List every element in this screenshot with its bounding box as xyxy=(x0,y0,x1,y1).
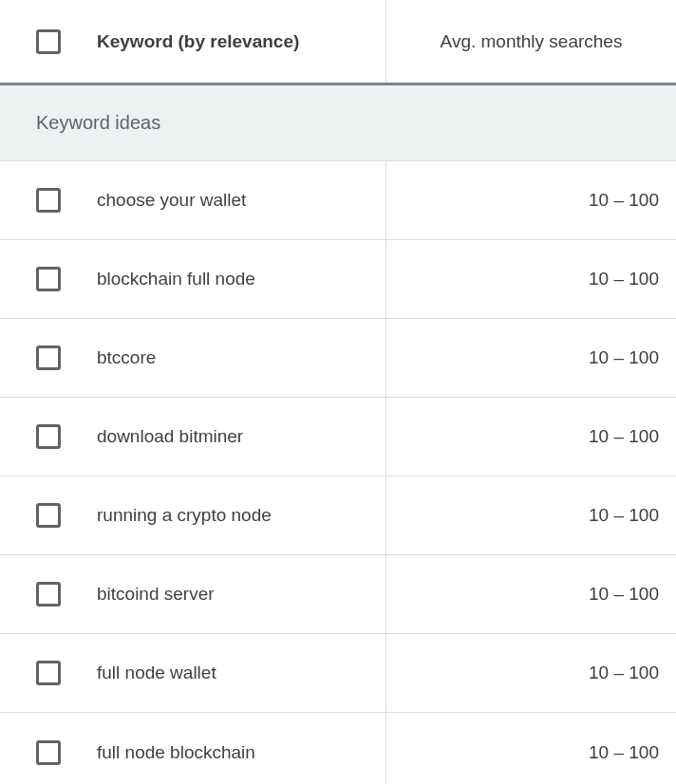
searches-value: 10 – 100 xyxy=(589,742,659,763)
row-checkbox[interactable] xyxy=(36,503,61,528)
searches-cell: 10 – 100 xyxy=(386,634,676,712)
row-checkbox[interactable] xyxy=(36,740,61,765)
keyword-cell: blockchain full node xyxy=(0,240,386,318)
searches-cell: 10 – 100 xyxy=(386,476,676,554)
searches-cell: 10 – 100 xyxy=(386,555,676,633)
table-row: full node blockchain10 – 100 xyxy=(0,713,676,784)
table-row: btccore10 – 100 xyxy=(0,319,676,398)
keyword-text[interactable]: blockchain full node xyxy=(97,269,255,289)
table-row: choose your wallet10 – 100 xyxy=(0,161,676,240)
header-keyword-column[interactable]: Keyword (by relevance) xyxy=(0,0,386,83)
searches-cell: 10 – 100 xyxy=(386,240,676,318)
section-title: Keyword ideas xyxy=(36,112,160,133)
row-checkbox[interactable] xyxy=(36,345,61,370)
table-row: running a crypto node10 – 100 xyxy=(0,476,676,555)
row-checkbox[interactable] xyxy=(36,661,61,685)
keyword-text[interactable]: running a crypto node xyxy=(97,505,272,526)
searches-cell: 10 – 100 xyxy=(386,319,676,397)
select-all-checkbox[interactable] xyxy=(36,29,61,54)
keyword-cell: running a crypto node xyxy=(0,476,386,554)
searches-value: 10 – 100 xyxy=(589,347,659,368)
searches-value: 10 – 100 xyxy=(589,505,659,526)
keyword-cell: full node blockchain xyxy=(0,713,386,784)
searches-cell: 10 – 100 xyxy=(386,398,676,476)
searches-value: 10 – 100 xyxy=(589,269,659,289)
header-searches-label: Avg. monthly searches xyxy=(441,31,623,52)
keyword-cell: choose your wallet xyxy=(0,161,386,239)
table-row: download bitminer10 – 100 xyxy=(0,398,676,476)
keyword-table: Keyword (by relevance) Avg. monthly sear… xyxy=(0,0,676,784)
row-checkbox[interactable] xyxy=(36,424,61,449)
searches-value: 10 – 100 xyxy=(589,584,659,605)
searches-value: 10 – 100 xyxy=(589,663,659,683)
keyword-text[interactable]: bitcoind server xyxy=(97,584,215,605)
keyword-text[interactable]: choose your wallet xyxy=(97,190,246,211)
header-keyword-label: Keyword (by relevance) xyxy=(97,31,299,52)
keyword-cell: download bitminer xyxy=(0,398,386,476)
keyword-cell: bitcoind server xyxy=(0,555,386,633)
table-header-row: Keyword (by relevance) Avg. monthly sear… xyxy=(0,0,676,85)
row-checkbox[interactable] xyxy=(36,188,61,213)
searches-cell: 10 – 100 xyxy=(386,161,676,239)
table-row: bitcoind server10 – 100 xyxy=(0,555,676,634)
searches-value: 10 – 100 xyxy=(589,190,659,211)
keyword-text[interactable]: full node blockchain xyxy=(97,742,255,763)
row-checkbox[interactable] xyxy=(36,267,61,291)
searches-value: 10 – 100 xyxy=(589,426,659,447)
searches-cell: 10 – 100 xyxy=(386,713,676,784)
table-row: full node wallet10 – 100 xyxy=(0,634,676,713)
keyword-cell: btccore xyxy=(0,319,386,397)
keyword-cell: full node wallet xyxy=(0,634,386,712)
keyword-text[interactable]: full node wallet xyxy=(97,663,216,683)
table-row: blockchain full node10 – 100 xyxy=(0,240,676,319)
row-checkbox[interactable] xyxy=(36,582,61,607)
keyword-text[interactable]: download bitminer xyxy=(97,426,243,447)
keyword-text[interactable]: btccore xyxy=(97,347,156,368)
header-searches-column[interactable]: Avg. monthly searches xyxy=(386,0,676,83)
section-header: Keyword ideas xyxy=(0,85,676,161)
